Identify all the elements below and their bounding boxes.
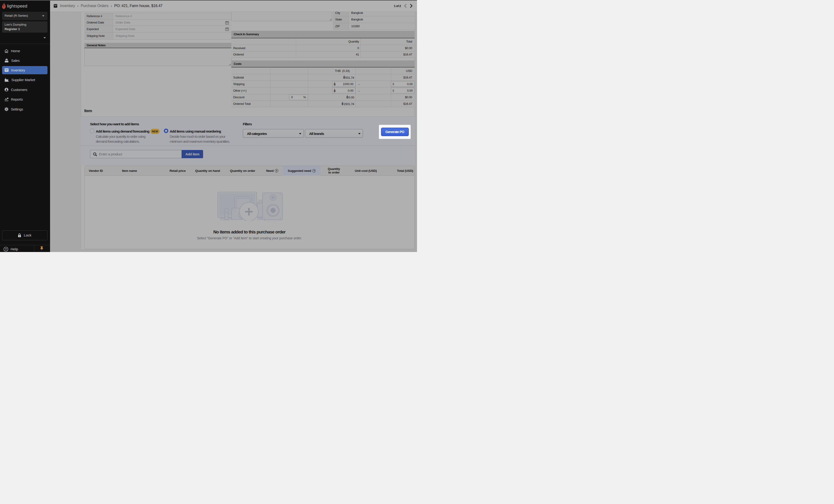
- svg-text:?: ?: [5, 248, 6, 251]
